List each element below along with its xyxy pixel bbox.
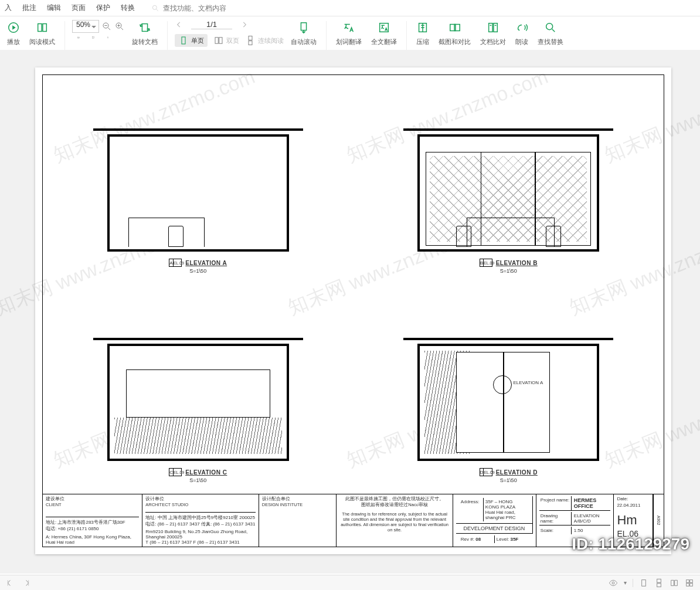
svg-point-0 (152, 5, 157, 9)
next-page-icon[interactable] (240, 21, 249, 29)
menu-item[interactable]: 保护 (96, 3, 110, 13)
capture-compare-button[interactable]: 截图和对比 (436, 20, 473, 46)
compress-label: 压缩 (416, 38, 429, 46)
rotate-doc-button[interactable]: 旋转文档 (130, 20, 160, 46)
svg-rect-17 (182, 37, 185, 44)
tb-note-en: The drawing is for reference only, subje… (339, 511, 450, 533)
read-aloud-button[interactable]: 朗读 (513, 20, 531, 46)
tb-project: HERMES OFFICE (572, 496, 611, 510)
svg-point-31 (546, 23, 553, 30)
doc-compare-button[interactable]: 文档比对 (478, 20, 508, 46)
full-translate-label: 全文翻译 (371, 38, 397, 46)
page-view-icon[interactable] (639, 578, 648, 588)
next-icon[interactable] (21, 578, 30, 588)
menu-bar: 入 批注 编辑 页面 保护 转换 (0, 0, 700, 16)
grid-view-icon[interactable] (685, 578, 694, 588)
svg-line-1 (157, 9, 158, 11)
menu-item[interactable]: 编辑 (47, 3, 61, 13)
tb-address-label: Address: (459, 498, 484, 521)
fit-page-icon[interactable] (87, 36, 100, 49)
search-input[interactable] (163, 4, 257, 12)
zoom-out-icon[interactable] (101, 21, 112, 32)
word-translate-button[interactable]: 划词翻译 (334, 20, 364, 46)
menu-item[interactable]: 页面 (72, 3, 86, 13)
svg-rect-20 (249, 36, 252, 40)
tb-arch-label: 设计单位 ARCHITECT STUDIO (145, 496, 256, 507)
tb-inst-label: 设计配合单位 DESIGN INSTITUTE (262, 496, 334, 507)
svg-line-6 (108, 28, 110, 30)
svg-rect-28 (494, 23, 497, 32)
pdf-page: 知末网 www.znzmo.com 知末网 www.znzmo.com 知末网 … (35, 67, 671, 554)
full-translate-button[interactable]: 全文翻译 (369, 20, 399, 46)
search-icon (151, 4, 159, 12)
menu-item[interactable]: 批注 (22, 3, 36, 13)
tb-note-cn: 此图不是最终施工图，但仍需在现场校正尺寸。 图纸如有修改请需经过Naco审核 (339, 496, 450, 508)
prev-icon[interactable] (6, 578, 15, 588)
svg-rect-42 (690, 583, 693, 586)
menu-item[interactable]: 入 (5, 3, 12, 13)
tb-client-addr: 地址: 上海市淮海路283号香港广场30F 电话: +86 (21) 6171 … (46, 519, 139, 532)
elevation-d: ELEVATION A DEL.09ELEVATION D S=1\50 (354, 284, 664, 494)
double-page-button[interactable]: 双页 (213, 34, 239, 47)
rotate-left-icon[interactable] (101, 36, 114, 49)
read-mode-button[interactable]: 阅读模式 (27, 20, 57, 46)
tb-scale: 1:50 (572, 527, 611, 534)
title-block: 建设单位 CLIENT 地址: 上海市淮海路283号香港广场30F 电话: +8… (43, 494, 664, 547)
elevation-a-drawing (107, 134, 289, 252)
single-page-button[interactable]: 单页 (175, 34, 208, 47)
page-input[interactable] (191, 20, 232, 29)
svg-line-32 (552, 29, 555, 32)
svg-marker-3 (12, 25, 16, 29)
fit-width-icon[interactable]: 1:1 (72, 36, 85, 49)
read-mode-label: 阅读模式 (29, 38, 55, 46)
svg-rect-27 (489, 23, 492, 32)
continuous-label: 连续阅读 (258, 36, 284, 45)
auto-scroll-button[interactable]: 自动滚动 (288, 20, 319, 46)
play-button[interactable]: 播放 (5, 20, 22, 46)
svg-rect-37 (657, 579, 661, 582)
svg-rect-16 (142, 24, 147, 32)
function-search[interactable] (151, 4, 257, 12)
svg-line-10 (121, 28, 123, 30)
capture-compare-label: 截图和对比 (439, 38, 471, 46)
eye-icon[interactable] (609, 578, 618, 588)
elevation-b-drawing (417, 134, 599, 252)
elevation-a: AEL.09ELEVATION A S=1\50 (43, 75, 354, 284)
elevation-b-caption: BEL.09ELEVATION B S=1\50 (480, 259, 538, 274)
tb-arch-en: Rm9210 Building 9, No.25 JianGuo Zhong R… (145, 529, 256, 545)
prev-page-icon[interactable] (175, 21, 183, 29)
continuous-view-icon[interactable] (654, 578, 664, 588)
svg-rect-38 (657, 583, 661, 586)
elevation-a-caption: AEL.09ELEVATION A S=1\50 (169, 259, 227, 274)
elevation-c: CEL.09ELEVATION C S=1\50 (43, 284, 354, 494)
svg-point-35 (612, 582, 614, 584)
elevation-c-drawing (107, 344, 289, 461)
elevation-b: BEL.09ELEVATION B S=1\50 (354, 75, 664, 284)
elevation-c-caption: CEL.09ELEVATION C S=1\50 (169, 468, 227, 483)
svg-rect-39 (687, 579, 689, 582)
tb-address: 35F – HONG KONG PLAZA Huai Hai road, sha… (484, 498, 529, 521)
menu-item[interactable]: 转换 (121, 3, 135, 13)
continuous-button[interactable]: 连续阅读 (245, 34, 284, 47)
resource-id-overlay: ID: 1126129279 (572, 535, 689, 554)
status-bar: ▾ (0, 575, 700, 590)
read-aloud-label: 朗读 (515, 38, 528, 46)
svg-rect-22 (301, 23, 306, 30)
svg-rect-41 (687, 583, 689, 586)
elevation-d-caption: DEL.09ELEVATION D S=1\50 (480, 468, 538, 483)
elevation-d-drawing: ELEVATION A (417, 344, 599, 461)
rotate-label: 旋转文档 (132, 38, 158, 46)
inset-label: ELEVATION A (513, 380, 543, 385)
book-view-icon[interactable] (670, 578, 679, 588)
zoom-select[interactable]: 50% (72, 20, 99, 33)
tb-date: 22.04.2011 (617, 503, 650, 508)
svg-rect-21 (249, 41, 252, 45)
find-replace-button[interactable]: 查找替换 (535, 20, 566, 46)
svg-text:1:1: 1:1 (78, 38, 79, 38)
doc-compare-label: 文档比对 (480, 38, 506, 46)
zoom-in-icon[interactable] (114, 21, 125, 32)
compress-button[interactable]: 压缩 (414, 20, 431, 46)
document-viewport[interactable]: 知末网 www.znzmo.com 知末网 www.znzmo.com 知末网 … (0, 50, 700, 574)
word-translate-label: 划词翻译 (336, 38, 362, 46)
single-page-label: 单页 (191, 36, 204, 45)
